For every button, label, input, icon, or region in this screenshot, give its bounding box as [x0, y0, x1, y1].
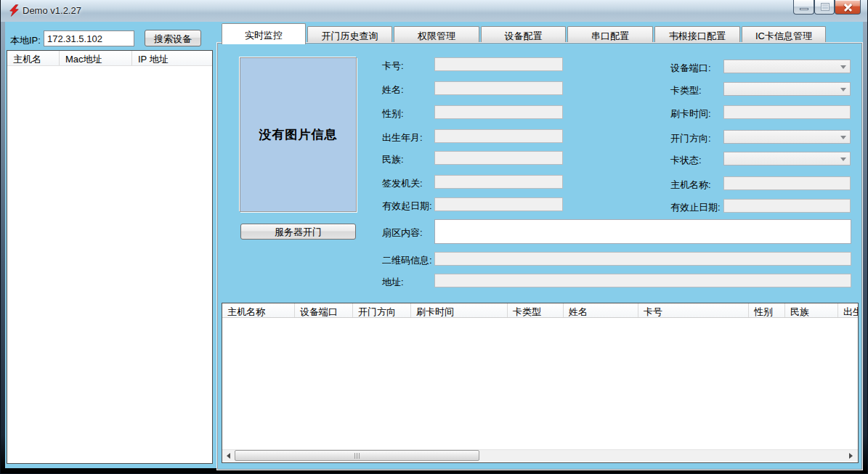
- event-col-gender[interactable]: 性别: [749, 303, 785, 317]
- valid-end-label: 有效止日期:: [670, 201, 721, 214]
- device-list-header: 主机名 Mac地址 IP 地址: [7, 51, 212, 66]
- search-device-button[interactable]: 搜索设备: [145, 30, 201, 46]
- arrow-right-icon: [849, 453, 853, 459]
- tab-realtime-monitor[interactable]: 实时监控: [222, 23, 306, 44]
- address-label: 地址:: [382, 276, 404, 289]
- local-ip-input[interactable]: [44, 30, 134, 46]
- chevron-down-icon: [840, 88, 846, 91]
- valid-end-field[interactable]: [723, 199, 851, 213]
- valid-start-label: 有效起日期:: [382, 200, 432, 213]
- door-direction-label: 开门方向:: [670, 132, 711, 145]
- device-list: 主机名 Mac地址 IP 地址: [7, 50, 213, 464]
- event-table: 主机名称 设备端口 开门方向 刷卡时间 卡类型 姓名 卡号 性别 民族 出生年月: [222, 303, 859, 463]
- card-status-label: 卡状态:: [670, 154, 702, 167]
- issuing-authority-label: 签发机关:: [382, 177, 423, 190]
- event-col-birth-date[interactable]: 出生年月: [838, 303, 858, 317]
- gender-field[interactable]: [434, 105, 563, 119]
- card-type-label: 卡类型:: [670, 84, 702, 97]
- birth-date-field[interactable]: [434, 129, 563, 143]
- sector-content-label: 扇区内容:: [382, 226, 423, 240]
- device-list-col-mac[interactable]: Mac地址: [60, 51, 132, 65]
- gender-label: 性别:: [382, 107, 404, 120]
- photo-placeholder: 没有图片信息: [240, 57, 357, 212]
- door-direction-select[interactable]: [723, 130, 851, 144]
- host-name-label: 主机名称:: [670, 179, 711, 192]
- tab-device-config[interactable]: 设备配置: [481, 26, 566, 44]
- event-col-name[interactable]: 姓名: [564, 303, 638, 317]
- card-no-label: 卡号:: [382, 60, 404, 73]
- birth-date-label: 出生年月:: [382, 131, 423, 144]
- scroll-right-button[interactable]: [845, 451, 856, 461]
- app-window: Demo v1.2.27 本地IP: 搜索设备 主机名 Mac地址 IP 地址 …: [0, 0, 868, 474]
- host-name-field[interactable]: [723, 176, 851, 190]
- event-col-card-type[interactable]: 卡类型: [508, 303, 564, 317]
- swipe-time-field[interactable]: [723, 105, 851, 119]
- minimize-button[interactable]: [793, 0, 814, 15]
- chevron-down-icon: [840, 65, 846, 69]
- tab-open-door-history[interactable]: 开门历史查询: [307, 26, 392, 44]
- issuing-authority-field[interactable]: [434, 175, 563, 189]
- server-open-door-button[interactable]: 服务器开门: [240, 224, 356, 240]
- name-label: 姓名:: [382, 83, 404, 97]
- device-port-select[interactable]: [723, 60, 851, 73]
- event-col-swipe-time[interactable]: 刷卡时间: [411, 303, 508, 317]
- arrow-left-icon: [227, 453, 230, 459]
- event-col-card-no[interactable]: 卡号: [638, 303, 749, 317]
- event-table-header: 主机名称 设备端口 开门方向 刷卡时间 卡类型 姓名 卡号 性别 民族 出生年月: [222, 303, 858, 318]
- tab-serial-config[interactable]: 串口配置: [567, 26, 653, 44]
- minimize-icon: [800, 8, 808, 10]
- app-lightning-icon[interactable]: [8, 4, 20, 17]
- event-table-body: [222, 318, 858, 449]
- sector-content-field[interactable]: [434, 219, 851, 244]
- maximize-button[interactable]: [814, 0, 835, 15]
- device-port-label: 设备端口:: [670, 62, 711, 75]
- event-col-device-port[interactable]: 设备端口: [295, 303, 353, 317]
- device-list-col-ip[interactable]: IP 地址: [132, 51, 212, 65]
- chevron-down-icon: [840, 136, 846, 139]
- device-list-body: [7, 66, 212, 463]
- device-list-col-hostname[interactable]: 主机名: [7, 51, 60, 65]
- card-no-field[interactable]: [434, 57, 563, 71]
- qrcode-info-label: 二维码信息:: [382, 254, 432, 267]
- close-button[interactable]: [835, 0, 861, 15]
- tab-ic-card-info[interactable]: IC卡信息管理: [742, 26, 826, 44]
- name-field[interactable]: [434, 81, 563, 95]
- no-image-text: 没有图片信息: [259, 126, 338, 143]
- qrcode-info-field[interactable]: [434, 252, 851, 266]
- event-col-host-name[interactable]: 主机名称: [222, 303, 295, 317]
- h-scrollbar-thumb[interactable]: [235, 450, 479, 461]
- valid-start-field[interactable]: [434, 197, 563, 211]
- scroll-left-button[interactable]: [223, 451, 234, 461]
- tab-permission-management[interactable]: 权限管理: [394, 26, 479, 44]
- swipe-time-label: 刷卡时间:: [670, 107, 711, 120]
- chevron-down-icon: [840, 158, 846, 161]
- tab-wiegand-config[interactable]: 韦根接口配置: [654, 26, 740, 44]
- window-title: Demo v1.2.27: [23, 5, 81, 16]
- card-type-select[interactable]: [723, 82, 851, 96]
- ethnicity-field[interactable]: [434, 151, 563, 165]
- event-col-ethnicity[interactable]: 民族: [785, 303, 838, 317]
- local-ip-label: 本地IP:: [10, 34, 41, 47]
- event-col-door-direction[interactable]: 开门方向: [353, 303, 411, 317]
- title-bar[interactable]: Demo v1.2.27: [1, 0, 867, 22]
- scrollbar-grip-icon: [354, 453, 360, 459]
- maximize-icon: [822, 4, 829, 10]
- card-status-select[interactable]: [723, 152, 851, 166]
- address-field[interactable]: [434, 274, 851, 287]
- ethnicity-label: 民族:: [382, 153, 404, 166]
